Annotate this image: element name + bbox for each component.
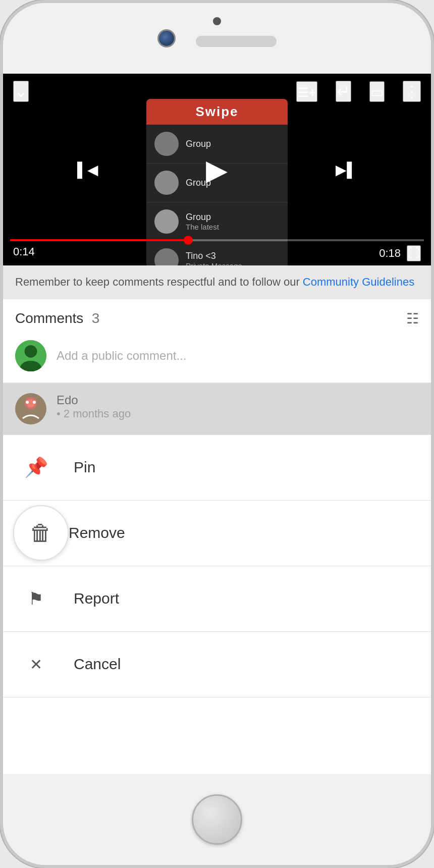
skip-next-icon: ▶▌	[336, 162, 357, 178]
swipe-text: Group The latest	[186, 212, 219, 231]
avatar	[154, 209, 179, 234]
guidelines-bar: Remember to keep comments respectful and…	[3, 265, 431, 299]
time-right: 0:18 ⛶	[379, 245, 421, 261]
chevron-down-icon: ⌄	[14, 82, 28, 100]
remove-label: Remove	[69, 524, 125, 541]
add-queue-icon: ☰+	[297, 85, 316, 100]
report-label: Report	[74, 590, 119, 607]
svg-point-3	[25, 345, 37, 358]
swipe-text: Group	[186, 139, 211, 149]
time-total: 0:18	[379, 247, 401, 260]
cast-button[interactable]: ▭	[369, 81, 385, 102]
remove-menu-item[interactable]: 🗑 Remove	[3, 501, 431, 566]
comment-entry: Edo • 2 months ago	[3, 383, 431, 435]
avatar	[154, 132, 179, 156]
user-avatar	[15, 340, 46, 371]
commenter-avatar	[15, 393, 46, 424]
commenter-avatar-svg	[15, 393, 46, 424]
camera-lens	[157, 29, 176, 47]
filter-button[interactable]: ☷	[406, 310, 419, 327]
cancel-icon: ✕	[23, 652, 48, 677]
cancel-label: Cancel	[74, 656, 121, 673]
cancel-menu-item[interactable]: ✕ Cancel	[3, 632, 431, 697]
time-current: 0:14	[13, 245, 35, 261]
cast-icon: ▭	[370, 84, 384, 100]
video-controls-bottom: 0:14 0:18 ⛶	[3, 239, 431, 265]
progress-dot[interactable]	[184, 236, 193, 245]
video-middle-controls: ▌◀ ▶ ▶▌	[3, 153, 431, 186]
swipe-title: Group	[186, 139, 211, 149]
swipe-title: Group	[186, 212, 219, 223]
video-player[interactable]: Swipe Group Group	[3, 74, 431, 265]
speaker-bar	[196, 36, 277, 47]
comments-header: Comments 3 ☷	[3, 299, 431, 335]
phone-frame: Swipe Group Group	[0, 0, 434, 868]
top-bar	[3, 3, 431, 74]
pin-menu-item[interactable]: 📌 Pin	[3, 435, 431, 501]
svg-point-8	[26, 401, 29, 404]
minimize-button[interactable]: ⌄	[13, 81, 29, 102]
avatar-svg	[15, 340, 46, 371]
comments-count: 3	[92, 310, 100, 326]
more-icon: ⋮	[404, 82, 420, 100]
comments-title-group: Comments 3	[15, 310, 99, 327]
context-menu: 📌 Pin 🗑 Remove ⚑ Report ✕	[3, 435, 431, 697]
svg-point-9	[33, 401, 36, 404]
home-button[interactable]	[192, 794, 242, 845]
progress-fill	[10, 239, 188, 241]
list-item: Group The latest	[146, 202, 288, 241]
commenter-time: • 2 months ago	[57, 407, 131, 420]
commenter-name: Edo	[57, 393, 131, 407]
comments-title: Comments	[15, 310, 83, 326]
skip-prev-icon: ▌◀	[77, 162, 98, 178]
play-button[interactable]: ▶	[206, 153, 228, 186]
commenter-info: Edo • 2 months ago	[57, 393, 131, 420]
screen-content: Swipe Group Group	[3, 74, 431, 774]
remove-circle: 🗑	[13, 505, 69, 561]
guidelines-text: Remember to keep comments respectful and…	[15, 276, 303, 288]
comment-input[interactable]: Add a public comment...	[57, 349, 419, 363]
time-row: 0:14 0:18 ⛶	[3, 241, 431, 265]
speaker-dot	[213, 17, 221, 25]
share-icon: ↵	[337, 82, 350, 100]
skip-previous-button[interactable]: ▌◀	[77, 161, 98, 178]
play-icon: ▶	[206, 154, 228, 186]
swipe-sub: The latest	[186, 223, 219, 231]
skip-next-button[interactable]: ▶▌	[336, 161, 357, 178]
phone-inner: Swipe Group Group	[3, 3, 431, 865]
fullscreen-icon: ⛶	[408, 246, 420, 260]
flag-icon: ⚑	[23, 586, 48, 611]
comment-input-row: Add a public comment...	[3, 335, 431, 383]
trash-icon: 🗑	[28, 520, 53, 546]
share-button[interactable]: ↵	[336, 81, 351, 102]
bottom-bar	[3, 774, 431, 865]
progress-bar[interactable]	[10, 239, 424, 241]
camera-speaker-row	[157, 29, 277, 47]
pin-icon: 📌	[23, 455, 48, 480]
pin-label: Pin	[74, 459, 95, 476]
community-guidelines-link[interactable]: Community Guidelines	[303, 276, 414, 288]
filter-icon: ☷	[406, 311, 419, 327]
more-options-button[interactable]: ⋮	[403, 81, 421, 102]
report-menu-item[interactable]: ⚑ Report	[3, 566, 431, 632]
top-ctrl-row: ☰+ ↵ ▭ ⋮	[296, 81, 421, 102]
add-to-queue-button[interactable]: ☰+	[296, 81, 317, 102]
video-controls-top: ⌄ ☰+ ↵ ▭ ⋮	[3, 74, 431, 109]
comment-section: Remember to keep comments respectful and…	[3, 265, 431, 435]
fullscreen-button[interactable]: ⛶	[407, 245, 421, 261]
